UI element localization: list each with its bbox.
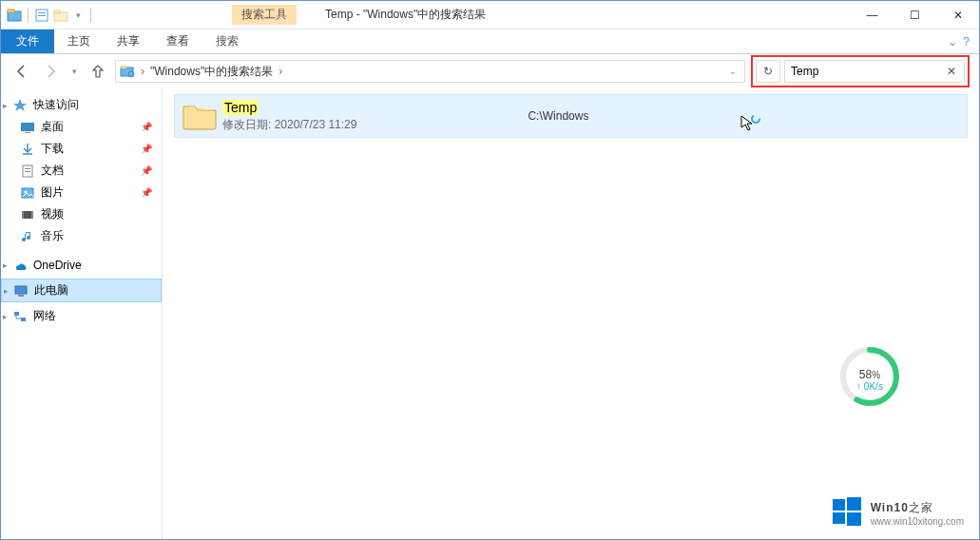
pin-icon: 📌 <box>141 165 152 176</box>
sidebar-quick-access[interactable]: ▸ 快速访问 <box>1 94 162 116</box>
result-name: Temp <box>222 100 259 115</box>
sidebar-item-label: 音乐 <box>41 228 64 244</box>
svg-rect-13 <box>25 168 30 169</box>
this-pc-icon <box>13 283 29 299</box>
sidebar-item-videos[interactable]: 视频 <box>1 203 162 225</box>
sidebar-item-label: 此电脑 <box>34 282 68 299</box>
back-button[interactable] <box>10 60 33 83</box>
expand-icon[interactable]: ▸ <box>3 312 8 321</box>
sidebar-item-desktop[interactable]: 桌面 📌 <box>1 116 162 138</box>
app-icon <box>7 8 22 23</box>
windows-logo-icon <box>831 495 863 528</box>
sidebar-item-label: 桌面 <box>41 119 64 135</box>
sidebar-item-documents[interactable]: 文档 📌 <box>1 160 162 182</box>
date-label: 修改日期: <box>222 118 271 131</box>
watermark-suffix: 之家 <box>909 501 933 514</box>
tab-search[interactable]: 搜索 <box>202 29 252 53</box>
sidebar-item-label: 视频 <box>41 206 64 222</box>
tab-file[interactable]: 文件 <box>1 29 54 53</box>
sidebar-item-label: 快速访问 <box>33 97 79 113</box>
recent-dropdown-icon[interactable]: ▾ <box>67 60 81 83</box>
svg-rect-14 <box>25 171 30 172</box>
svg-rect-3 <box>38 12 46 13</box>
expand-icon[interactable]: ▸ <box>3 101 8 110</box>
new-folder-icon[interactable] <box>53 8 68 23</box>
search-highlight-box: ↻ ✕ <box>751 55 970 87</box>
music-icon <box>20 229 35 244</box>
svg-rect-22 <box>14 312 19 316</box>
breadcrumb[interactable]: "Windows"中的搜索结果 <box>150 64 273 80</box>
downloads-icon <box>20 142 35 157</box>
address-dropdown-icon[interactable]: ⌄ <box>725 67 740 76</box>
tab-home[interactable]: 主页 <box>54 29 104 53</box>
svg-rect-20 <box>15 286 27 294</box>
watermark-brand: Win10 <box>871 501 909 514</box>
sidebar-item-label: 网络 <box>33 308 56 324</box>
file-list: Temp 修改日期: 2020/7/23 11:29 C:\Windows <box>163 88 979 539</box>
desktop-icon <box>20 120 35 135</box>
forward-button[interactable] <box>39 60 62 83</box>
network-icon <box>12 309 28 324</box>
svg-rect-21 <box>18 295 24 297</box>
pin-icon: 📌 <box>141 187 152 198</box>
separator <box>28 8 29 23</box>
sidebar-this-pc[interactable]: ▸ 此电脑 <box>1 279 162 302</box>
properties-icon[interactable] <box>34 8 49 23</box>
svg-rect-29 <box>833 512 845 524</box>
svg-rect-11 <box>25 132 30 133</box>
svg-rect-4 <box>38 15 46 16</box>
crumb-separator: › <box>139 65 146 78</box>
up-button[interactable] <box>86 60 109 83</box>
svg-rect-19 <box>31 211 33 219</box>
expand-icon[interactable]: ▸ <box>3 260 8 270</box>
star-icon <box>12 98 28 113</box>
search-location-icon <box>120 64 135 79</box>
title-bar: ▾ 搜索工具 Temp - "Windows"中的搜索结果 — ☐ ✕ <box>1 1 979 29</box>
search-box[interactable]: ✕ <box>784 60 965 83</box>
address-bar[interactable]: › "Windows"中的搜索结果 › ⌄ <box>115 60 745 83</box>
watermark: Win10之家 www.win10xitong.com <box>831 495 964 528</box>
gauge-percent: 58% <box>836 366 903 381</box>
svg-rect-1 <box>8 10 14 12</box>
pin-icon: 📌 <box>141 122 152 132</box>
tab-view[interactable]: 查看 <box>153 29 202 53</box>
ribbon-expand-icon[interactable]: ⌄ <box>948 35 957 48</box>
navigation-bar: ▾ › "Windows"中的搜索结果 › ⌄ ↻ ✕ <box>1 54 979 88</box>
expand-icon[interactable]: ▸ <box>4 286 9 296</box>
crumb-separator[interactable]: › <box>277 65 284 78</box>
refresh-button[interactable]: ↻ <box>756 60 780 83</box>
sidebar-network[interactable]: ▸ 网络 <box>1 305 162 327</box>
clear-search-icon[interactable]: ✕ <box>945 65 958 78</box>
sidebar-item-pictures[interactable]: 图片 📌 <box>1 182 162 203</box>
ribbon-context-label: 搜索工具 <box>232 5 297 25</box>
navigation-pane: ▸ 快速访问 桌面 📌 下载 📌 文档 📌 图片 📌 视频 <box>1 88 163 539</box>
sidebar-item-downloads[interactable]: 下载 📌 <box>1 138 162 160</box>
speed-gauge: 58% ↑ 0K/s <box>836 343 903 410</box>
svg-rect-18 <box>22 211 24 219</box>
onedrive-icon <box>12 258 28 273</box>
sidebar-onedrive[interactable]: ▸ OneDrive <box>1 255 162 276</box>
gauge-rate: ↑ 0K/s <box>836 381 903 392</box>
sidebar-item-label: 下载 <box>41 141 64 157</box>
sidebar-item-label: 文档 <box>41 163 64 179</box>
help-icon[interactable]: ? <box>963 35 970 48</box>
videos-icon <box>20 207 35 222</box>
search-result-row[interactable]: Temp 修改日期: 2020/7/23 11:29 C:\Windows <box>174 94 968 138</box>
close-button[interactable]: ✕ <box>936 1 979 29</box>
watermark-url: www.win10xitong.com <box>871 516 964 527</box>
maximize-button[interactable]: ☐ <box>894 1 936 29</box>
minimize-button[interactable]: — <box>851 1 894 29</box>
date-value: 2020/7/23 11:29 <box>275 118 357 131</box>
sidebar-item-label: OneDrive <box>33 259 82 272</box>
svg-rect-6 <box>54 10 60 13</box>
svg-rect-27 <box>833 499 845 511</box>
folder-icon <box>181 99 219 133</box>
tab-share[interactable]: 共享 <box>104 29 153 53</box>
search-input[interactable] <box>791 65 945 78</box>
window-title: Temp - "Windows"中的搜索结果 <box>325 7 486 23</box>
qat-dropdown-icon[interactable]: ▾ <box>72 10 85 20</box>
quick-access-toolbar: ▾ <box>1 8 99 23</box>
sidebar-item-music[interactable]: 音乐 <box>1 225 162 247</box>
result-meta: Temp 修改日期: 2020/7/23 11:29 <box>222 100 356 133</box>
pictures-icon <box>20 185 35 201</box>
